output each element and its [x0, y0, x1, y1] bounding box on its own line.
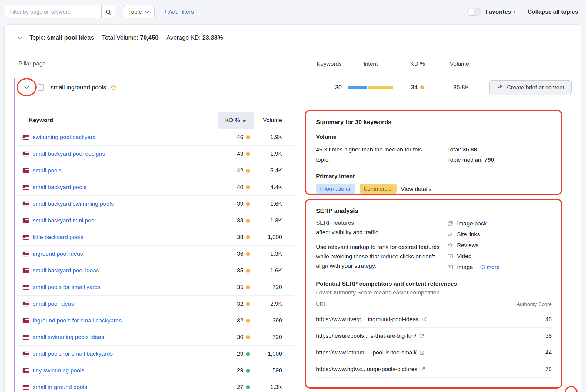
volume-totals: Total: 35.8K Topic median: 790 [447, 145, 494, 165]
column-header-row: Pillar page Keywords Intent KD % Volume [5, 51, 581, 77]
create-brief-button[interactable]: Create brief or content [489, 80, 572, 95]
pillar-expand-chevron-icon[interactable] [24, 86, 29, 89]
keyword-link[interactable]: inground pool ideas [33, 251, 218, 257]
intent-column-header: Intent [342, 61, 399, 67]
more-features-link[interactable]: +3 more [478, 264, 500, 271]
filter-input[interactable] [5, 5, 101, 18]
competitor-url[interactable]: https://leisurepools... s-that-are-big-f… [316, 333, 416, 339]
external-link-icon[interactable] [419, 334, 424, 339]
keyword-link[interactable]: small pools for small backyards [33, 350, 218, 357]
keyword-link[interactable]: small backyard mini pool [33, 217, 218, 224]
table-row: small pool ideas 32 2.9K [17, 295, 294, 312]
keyword-link[interactable]: small backyard swimming pools [33, 201, 218, 207]
keyword-link[interactable]: small pools [33, 167, 218, 174]
view-details-link[interactable]: View details [401, 186, 431, 192]
serp-analysis-panel: SERP analysis SERP features affect visib… [307, 200, 561, 388]
keyword-kd-cell: 42 [218, 167, 254, 174]
table-row: small backyard pool designs 43 1.9K [17, 145, 294, 162]
search-icon [105, 9, 111, 15]
topic-collapse-chevron-icon[interactable] [17, 36, 22, 39]
keyword-link[interactable]: small pool ideas [33, 301, 218, 307]
competitor-url[interactable]: https://www.hgtv.c...unge-pools-pictures [316, 366, 417, 373]
primary-intent-heading: Primary intent [316, 173, 552, 180]
external-link-icon[interactable] [419, 350, 425, 355]
table-row: small in ground pools 27 1.3K [17, 379, 294, 392]
topic-card: Topic: small pool ideas Total Volume: 70… [4, 24, 581, 392]
keyword-link[interactable]: inground pools for small backyards [33, 317, 218, 324]
competitor-row: https://www.latham... -pool-is-too-small… [316, 344, 552, 361]
competitors-table-header: URL Authority Score [316, 301, 552, 311]
info-icon[interactable]: i [514, 9, 515, 15]
top-filter-bar: Topic + Add filters Favorites i Collapse… [0, 0, 586, 24]
competitor-url[interactable]: https://www.riverp... inground-pool-idea… [316, 316, 419, 323]
add-filters-link[interactable]: + Add filters [164, 8, 194, 15]
kd-dot [246, 352, 250, 356]
us-flag-icon [23, 152, 29, 156]
table-row: small pools for small backyards 29 1,000 [17, 345, 294, 362]
keyword-volume-cell: 1.9K [254, 134, 294, 141]
competitors-table: URL Authority Score https://www.riverp..… [316, 301, 552, 378]
summary-panel: Summary for 30 keywords Volume 45.3 time… [307, 112, 561, 195]
table-row: little backyard pools 38 1,000 [17, 229, 294, 245]
volume-column-header: Volume [436, 61, 469, 67]
url-column-header: URL [316, 301, 512, 307]
keyword-link[interactable]: little backyard pools [33, 234, 218, 241]
pillar-checkbox[interactable] [38, 84, 44, 91]
keyword-kd-cell: 36 [218, 251, 254, 257]
topic-dropdown[interactable]: Topic [123, 5, 155, 18]
competitor-url[interactable]: https://www.latham... -pool-is-too-small… [316, 349, 417, 356]
us-flag-icon [23, 268, 29, 273]
keyword-volume-cell: 1.3K [254, 217, 294, 224]
keyword-link[interactable]: small backyard pool designs [33, 151, 218, 157]
keyword-volume-cell: 1.6K [254, 267, 294, 274]
us-flag-icon [23, 185, 29, 190]
keyword-volume-cell: 720 [254, 334, 294, 341]
keyword-kd-cell: 39 [218, 201, 254, 207]
image-icon [447, 264, 453, 270]
kd-sort-header[interactable]: KD % [218, 112, 254, 129]
keyword-link[interactable]: swimming pool backyard [33, 134, 218, 141]
keyword-kd-cell: 27 [218, 384, 254, 390]
pillar-page-header[interactable]: Pillar page [18, 60, 46, 68]
authority-score-value: 75 [512, 366, 552, 373]
external-link-icon[interactable] [421, 317, 427, 322]
table-row: tiny swimming pools 29 590 [17, 362, 294, 379]
keyword-link[interactable]: small backyard pools [33, 184, 218, 191]
volume-summary-text: 45.3 times higher than the median for th… [316, 145, 437, 165]
favorites-label: Favorites [485, 8, 511, 15]
pillar-kd-value: 34 [411, 84, 418, 91]
us-flag-icon [23, 168, 29, 173]
keyword-link[interactable]: small pools for small yards [33, 284, 218, 291]
search-button[interactable] [101, 5, 115, 18]
feature-site-links: Site links [447, 229, 552, 240]
keyword-link[interactable]: tiny swimming pools [33, 367, 218, 374]
pillar-title[interactable]: small inground pools [51, 84, 106, 91]
create-brief-arrow-icon [497, 85, 503, 90]
total-volume: Total Volume: 70,450 [102, 34, 158, 41]
keyword-rows: swimming pool backyard 46 1.9K small bac… [17, 129, 294, 392]
image-pack-icon [447, 221, 453, 227]
collapse-all-topics-button[interactable]: Collapse all topics [528, 8, 578, 15]
intent-bar [348, 86, 393, 89]
favorites-toggle[interactable] [467, 8, 481, 16]
kd-dot [246, 269, 250, 273]
external-link-icon[interactable] [420, 367, 425, 372]
average-kd: Average KD: 23.38% [166, 34, 223, 41]
us-flag-icon [23, 252, 29, 256]
reduce-term[interactable]: reduce [381, 253, 398, 260]
keyword-kd-cell: 43 [218, 151, 254, 157]
kd-dot [246, 185, 250, 189]
kd-dot [420, 85, 424, 89]
topic-dropdown-label: Topic [128, 8, 142, 15]
favorite-star-icon[interactable] [110, 84, 117, 91]
keyword-link[interactable]: small backyard pool ideas [33, 267, 218, 274]
keyword-link[interactable]: small in ground pools [33, 384, 218, 390]
serp-features-term[interactable]: SERP features [316, 220, 354, 226]
us-flag-icon [23, 368, 29, 373]
volume-header: Volume [254, 117, 294, 124]
keyword-kd-cell: 35 [218, 284, 254, 291]
kd-dot [246, 285, 250, 289]
align-term[interactable]: align [316, 263, 328, 269]
keyword-link[interactable]: small swimming pools ideas [33, 334, 218, 341]
topbar-right: Favorites i Collapse all topics [467, 8, 578, 16]
